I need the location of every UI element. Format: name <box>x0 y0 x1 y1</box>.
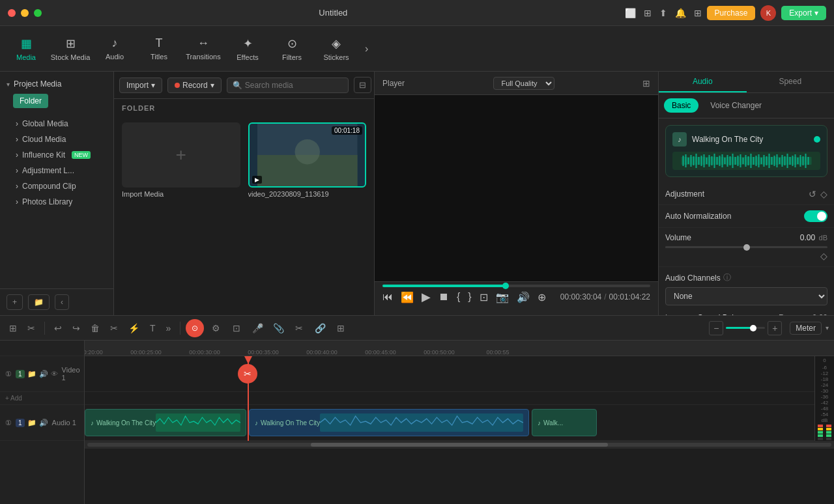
folder-button[interactable]: Folder <box>13 94 48 108</box>
mark-out-button[interactable]: } <box>468 291 471 303</box>
snapshot-button[interactable]: 📷 <box>496 291 509 303</box>
eye-icon[interactable]: 👁 <box>51 370 58 378</box>
sidebar-project-media-header[interactable]: ▾ Project Media <box>7 77 107 91</box>
toolbar-transitions[interactable]: ↔ Transitions <box>182 29 224 69</box>
overlay-button[interactable]: ⊞ <box>332 319 350 337</box>
subtab-basic[interactable]: Basic <box>664 98 698 113</box>
toolbar-media[interactable]: ▦ Media <box>5 29 47 69</box>
mic-button[interactable]: 🎤 <box>248 319 266 337</box>
playhead-button[interactable]: ⊙ <box>186 319 204 337</box>
scrollbar-track[interactable] <box>87 443 831 447</box>
upload-icon[interactable]: ⬆ <box>659 8 667 18</box>
blade-tool-button[interactable]: ✂ <box>23 320 39 336</box>
toolbar-audio[interactable]: ♪ Audio <box>94 29 136 69</box>
scrollbar-thumb[interactable] <box>311 443 609 447</box>
audio-clip-1[interactable]: ♪ Walking On The City <box>85 409 246 436</box>
sidebar-item-cloud-media[interactable]: › Cloud Media <box>0 132 113 147</box>
play-button[interactable]: ▶ <box>422 290 431 304</box>
text-button[interactable]: T <box>146 320 160 336</box>
cut-button[interactable]: ✂ <box>106 320 122 336</box>
tab-audio[interactable]: Audio <box>659 72 747 92</box>
fit-button[interactable]: ⊡ <box>480 291 488 303</box>
zoom-out-button[interactable]: − <box>709 321 723 335</box>
audio-volume-icon[interactable]: 🔊 <box>39 419 48 427</box>
volume-slider[interactable] <box>665 246 827 248</box>
toolbar-stock-media[interactable]: ⊞ Stock Media <box>50 29 91 69</box>
folder-icon[interactable]: 📁 <box>27 370 36 378</box>
volume-diamond-icon[interactable]: ◇ <box>820 251 827 261</box>
search-input[interactable] <box>245 81 343 90</box>
audio-clip-3[interactable]: ♪ Walk... <box>532 409 597 436</box>
add-track-button[interactable]: + Add <box>5 395 22 402</box>
step-back-button[interactable]: ⏪ <box>401 291 414 303</box>
toolbar-more-icon[interactable]: › <box>360 43 373 55</box>
export-button[interactable]: Export ▾ <box>781 6 826 20</box>
clip-icon-button[interactable]: ⊡ <box>227 319 246 337</box>
more-button[interactable]: ⊕ <box>538 291 546 303</box>
zoom-thumb[interactable] <box>750 325 756 331</box>
tab-speed[interactable]: Speed <box>747 72 835 92</box>
sidebar-item-influence-kit[interactable]: › Influence Kit NEW <box>0 147 113 163</box>
toolbar-effects[interactable]: ✦ Effects <box>227 29 268 69</box>
redo-button[interactable]: ↪ <box>68 320 84 336</box>
reset-icon-button[interactable]: ↺ <box>809 189 816 199</box>
audio-track-number[interactable]: 1 <box>16 419 25 427</box>
progress-thumb[interactable] <box>502 283 509 289</box>
list-item[interactable]: 00:01:18 ▶ video_20230809_113619 <box>248 122 367 198</box>
split-button[interactable]: ⚡ <box>124 320 143 336</box>
maximize-button[interactable] <box>34 9 42 17</box>
split-marker[interactable]: ✂ <box>238 364 257 384</box>
skip-back-button[interactable]: ⏮ <box>382 291 393 303</box>
list-item[interactable]: + Import Media <box>122 122 240 198</box>
auto-normalization-toggle[interactable] <box>804 210 827 222</box>
record-button[interactable]: Record ▾ <box>167 77 222 93</box>
bookmark-icon[interactable]: ⊞ <box>644 8 652 18</box>
minimize-button[interactable] <box>21 9 29 17</box>
search-box[interactable]: 🔍 <box>227 77 349 93</box>
attach-button[interactable]: 📎 <box>269 319 287 337</box>
stop-button[interactable]: ⏹ <box>439 291 449 303</box>
purchase-button[interactable]: Purchase <box>707 6 756 20</box>
volume-thumb[interactable] <box>743 244 750 251</box>
toolbar-filters[interactable]: ⊙ Filters <box>271 29 313 69</box>
diamond-icon-button[interactable]: ◇ <box>820 189 827 199</box>
toolbar-stickers[interactable]: ◈ Stickers <box>315 29 357 69</box>
player-fullscreen-icon[interactable]: ⊞ <box>642 78 650 89</box>
undo-button[interactable]: ↩ <box>50 320 66 336</box>
zoom-in-button[interactable]: + <box>768 321 782 335</box>
import-button[interactable]: Import ▾ <box>119 77 162 93</box>
toolbar-titles[interactable]: T Titles <box>138 29 180 69</box>
volume-button[interactable]: 🔊 <box>517 291 530 303</box>
mark-in-button[interactable]: { <box>457 291 460 303</box>
progress-bar[interactable] <box>382 285 650 287</box>
subtab-voice-changer[interactable]: Voice Changer <box>702 98 769 113</box>
filter-button[interactable]: ⊟ <box>354 77 371 93</box>
more-tools-button[interactable]: » <box>162 320 175 336</box>
sidebar-item-global-media[interactable]: › Global Media <box>0 116 113 132</box>
video-track-number[interactable]: 1 <box>16 370 25 378</box>
audio-folder-icon[interactable]: 📁 <box>27 419 36 427</box>
audio-track-icon[interactable]: 🔊 <box>39 370 48 378</box>
settings-button[interactable]: ⚙ <box>207 319 225 337</box>
delete-button[interactable]: 🗑 <box>87 320 104 336</box>
grid-icon[interactable]: ⊞ <box>694 8 702 18</box>
sidebar-item-compound-clip[interactable]: › Compound Clip <box>0 178 113 194</box>
sidebar-folder-btn[interactable]: 📁 <box>28 294 50 310</box>
monitor-icon[interactable]: ⬜ <box>625 8 636 18</box>
magnet-button[interactable]: 🔗 <box>311 319 329 337</box>
audio-channels-select[interactable]: None <box>665 287 827 305</box>
close-button[interactable] <box>8 9 16 17</box>
zoom-slider[interactable] <box>726 327 765 329</box>
audio-clip-2[interactable]: ♪ Walking On The City <box>249 409 529 436</box>
sidebar-item-photos-library[interactable]: › Photos Library <box>0 194 113 210</box>
sidebar-item-adjustment-layers[interactable]: › Adjustment L... <box>0 163 113 178</box>
avatar[interactable]: K <box>760 5 776 21</box>
select-tool-button[interactable]: ⊞ <box>5 320 21 336</box>
video-thumb[interactable]: 00:01:18 ▶ <box>248 122 367 188</box>
quality-select[interactable]: Full Quality <box>493 77 554 90</box>
bell-icon[interactable]: 🔔 <box>675 8 686 18</box>
razor-button[interactable]: ✂ <box>290 319 308 337</box>
import-media-thumb[interactable]: + <box>122 122 240 188</box>
sidebar-add-btn[interactable]: + <box>7 294 23 310</box>
meter-button[interactable]: Meter <box>790 322 822 335</box>
